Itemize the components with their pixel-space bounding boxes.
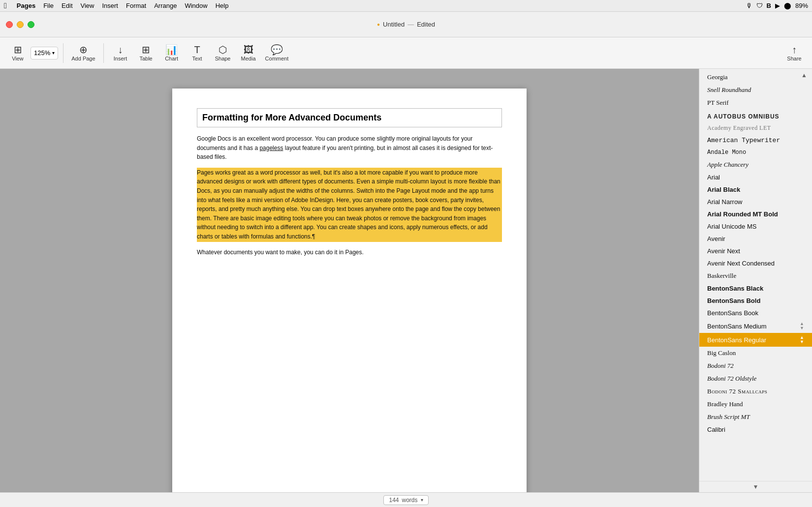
font-name-georgia: Georgia xyxy=(707,73,728,81)
menu-arrange[interactable]: Arrange xyxy=(154,2,177,9)
menu-window[interactable]: Window xyxy=(185,2,207,9)
font-item-snell[interactable]: Snell Roundhand xyxy=(699,84,812,96)
font-item-bodoni-72-oldstyle[interactable]: Bodoni 72 Oldstyle xyxy=(699,372,812,385)
font-item-avenir-next-condensed[interactable]: Avenir Next Condensed xyxy=(699,257,812,269)
pageless-link: pageless xyxy=(259,145,283,151)
font-name-baskerville: Baskerville xyxy=(707,272,736,280)
share-label: Share xyxy=(787,56,801,61)
font-item-arial-unicode[interactable]: Arial Unicode MS xyxy=(699,220,812,233)
font-name-bodoni-72: Bodoni 72 xyxy=(707,362,734,370)
bentonsans-regular-stepper[interactable]: ▲▼ xyxy=(800,335,804,344)
font-item-arial-black[interactable]: Arial Black xyxy=(699,183,812,196)
font-item-american-typewriter[interactable]: American Typewriter xyxy=(699,134,812,147)
font-item-calibri[interactable]: Calibri xyxy=(699,423,812,436)
font-item-academy[interactable]: Academy Engraved LET xyxy=(699,122,812,134)
words-label: words xyxy=(402,497,418,504)
title-bar: ● Untitled — Edited xyxy=(0,12,812,37)
font-item-bentonsans-black[interactable]: BentonSans Black xyxy=(699,282,812,295)
font-item-arial-rounded[interactable]: Arial Rounded MT Bold xyxy=(699,208,812,220)
font-item-bradley-hand[interactable]: Bradley Hand xyxy=(699,398,812,411)
menu-help[interactable]: Help xyxy=(216,2,229,9)
comment-button[interactable]: 💬 Comment xyxy=(262,40,292,66)
menu-format[interactable]: Format xyxy=(126,2,146,9)
font-name-arial: Arial xyxy=(707,174,720,181)
font-item-apple-chancery[interactable]: Apple Chancery xyxy=(699,158,812,171)
font-item-baskerville[interactable]: Baskerville xyxy=(699,269,812,282)
word-count-control[interactable]: 144 words ▾ xyxy=(383,495,428,505)
text-button[interactable]: T Text xyxy=(186,40,209,66)
view-button[interactable]: ⊞ View xyxy=(6,40,30,66)
font-name-bentonsans-regular: BentonSans Regular xyxy=(707,336,766,344)
font-name-brush-script: Brush Script MT xyxy=(707,413,750,421)
shape-button[interactable]: ⬡ Shape xyxy=(211,40,235,66)
media-label: Media xyxy=(241,56,256,61)
font-name-arial-black: Arial Black xyxy=(707,186,740,193)
font-item-big-caslon[interactable]: Big Caslon xyxy=(699,347,812,359)
b-icon: B xyxy=(767,2,771,9)
add-page-button[interactable]: ⊕ Add Page xyxy=(68,40,98,66)
paragraph-3: Whatever documents you want to make, you… xyxy=(197,248,502,257)
bentonsans-medium-stepper[interactable]: ▲▼ xyxy=(800,322,804,330)
font-item-bentonsans-book[interactable]: BentonSans Book xyxy=(699,307,812,319)
font-name-avenir-next-condensed: Avenir Next Condensed xyxy=(707,260,775,267)
add-page-label: Add Page xyxy=(71,56,95,61)
font-item-bentonsans-regular[interactable]: BentonSans Regular ▲▼ xyxy=(699,333,812,347)
font-item-avenir-next[interactable]: Avenir Next xyxy=(699,245,812,257)
font-name-bodoni-72-oldstyle: Bodoni 72 Oldstyle xyxy=(707,375,756,383)
minimize-button[interactable] xyxy=(17,21,24,28)
insert-button[interactable]: ↓ Insert xyxy=(109,40,132,66)
document-title: Untitled xyxy=(383,21,405,28)
font-item-ptserif[interactable]: PT Serif xyxy=(699,96,812,109)
menu-file[interactable]: File xyxy=(43,2,54,9)
share-icon: ↑ xyxy=(792,45,797,55)
toolbar-separator-2 xyxy=(103,43,104,63)
font-name-avenir: Avenir xyxy=(707,235,725,242)
font-name-apple-chancery: Apple Chancery xyxy=(707,161,749,169)
font-item-bentonsans-bold[interactable]: BentonSans Bold xyxy=(699,295,812,307)
paragraph-2-highlighted: Pages works great as a word processor as… xyxy=(197,168,502,242)
menu-edit[interactable]: Edit xyxy=(62,2,72,9)
circle-icon: ⬤ xyxy=(784,2,791,9)
font-item-brush-script[interactable]: Brush Script MT xyxy=(699,411,812,423)
zoom-control[interactable]: 125% ▾ xyxy=(31,47,58,60)
shape-icon: ⬡ xyxy=(219,45,227,55)
close-button[interactable] xyxy=(6,21,13,28)
play-icon: ▶ xyxy=(775,2,780,9)
title-dot: ● xyxy=(377,22,380,27)
chart-label: Chart xyxy=(165,56,178,61)
font-item-georgia[interactable]: Georgia xyxy=(699,71,812,84)
font-name-andale-mono: Andale Mono xyxy=(707,149,746,156)
fullscreen-button[interactable] xyxy=(28,21,34,28)
document-title-heading: Formatting for More Advanced Documents xyxy=(197,108,502,127)
font-name-american-typewriter: American Typewriter xyxy=(707,137,780,144)
apple-menu-icon[interactable]:  xyxy=(4,1,7,10)
canvas-area[interactable]: Formatting for More Advanced Documents G… xyxy=(0,69,699,492)
media-button[interactable]: 🖼 Media xyxy=(237,40,260,66)
chart-button[interactable]: 📊 Chart xyxy=(160,40,184,66)
font-item-arial[interactable]: Arial xyxy=(699,171,812,183)
document-status: Edited xyxy=(417,21,435,28)
menu-insert[interactable]: Insert xyxy=(102,2,118,9)
chart-icon: 📊 xyxy=(165,45,178,55)
panel-scroll-down-icon[interactable]: ▼ xyxy=(753,483,759,490)
menu-bar-right: 🎙 🛡 B ▶ ⬤ 89% xyxy=(746,2,808,9)
font-item-bodoni-72[interactable]: Bodoni 72 xyxy=(699,359,812,372)
font-name-arial-narrow: Arial Narrow xyxy=(707,198,743,206)
font-item-bentonsans-medium[interactable]: BentonSans Medium ▲▼ xyxy=(699,319,812,333)
menu-view[interactable]: View xyxy=(81,2,94,9)
font-section-header: A AUTOBUS OMNIBUS xyxy=(699,109,812,122)
table-button[interactable]: ⊞ Table xyxy=(134,40,158,66)
table-label: Table xyxy=(139,56,152,61)
toolbar-right: ↑ Share xyxy=(782,40,806,66)
menu-pages[interactable]: Pages xyxy=(17,2,35,9)
share-button[interactable]: ↑ Share xyxy=(782,40,806,66)
shield-icon: 🛡 xyxy=(756,2,763,9)
title-separator: — xyxy=(407,21,414,28)
font-name-avenir-next: Avenir Next xyxy=(707,247,740,255)
font-item-arial-narrow[interactable]: Arial Narrow xyxy=(699,196,812,208)
font-item-bodoni-72-smallcaps[interactable]: Bodoni 72 Smallcaps xyxy=(699,385,812,398)
font-item-avenir[interactable]: Avenir xyxy=(699,233,812,245)
font-item-andale-mono[interactable]: Andale Mono xyxy=(699,147,812,158)
font-panel: ▲ Georgia Snell Roundhand PT Serif A AUT… xyxy=(699,69,812,492)
font-name-ptserif: PT Serif xyxy=(707,99,728,107)
